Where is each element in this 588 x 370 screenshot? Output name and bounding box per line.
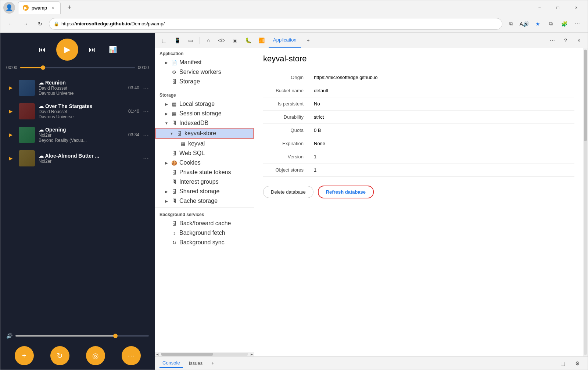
forward-button[interactable]: → xyxy=(19,18,31,30)
sidebar-item-label: Private state tokens xyxy=(179,169,251,176)
sidebar-item-cache-storage[interactable]: ▶ 🗄 Cache storage xyxy=(155,196,254,206)
local-storage-icon: ▦ xyxy=(171,101,177,107)
sidebar-item-interest-groups[interactable]: 🗄 Interest groups xyxy=(155,177,254,187)
sidebar-item-manifest[interactable]: ▶ 📄 Manifest xyxy=(155,58,254,67)
play-button[interactable]: ▶ xyxy=(56,39,78,61)
sidebar-item-service-workers[interactable]: ⚙ Service workers xyxy=(155,67,254,77)
profile-avatar[interactable]: 👤 xyxy=(3,2,15,14)
sidebar-item-keyval[interactable]: ▦ keyval xyxy=(155,139,254,148)
refresh-button[interactable]: ↻ xyxy=(34,18,46,30)
cloud-icon: ☁ xyxy=(39,80,45,86)
next-track-button[interactable]: ⏭ xyxy=(86,43,99,56)
sidebar-item-background-sync[interactable]: ↻ Background sync xyxy=(155,238,254,247)
progress-bar[interactable] xyxy=(20,67,135,68)
close-button[interactable]: × xyxy=(568,2,585,14)
sidebar-item-web-sql[interactable]: 🗄 Web SQL xyxy=(155,148,254,158)
split-button[interactable]: ⧉ xyxy=(545,18,557,30)
maximize-button[interactable]: □ xyxy=(549,2,566,14)
add-bottom-panel-button[interactable]: + xyxy=(208,359,217,367)
refresh-database-button[interactable]: Refresh database xyxy=(318,186,374,198)
field-value: 1 xyxy=(311,150,574,164)
dock-button[interactable]: ⬚ xyxy=(557,358,569,369)
browser-tab-pwamp[interactable]: ▶ pwamp × xyxy=(18,1,61,14)
sidebar-item-session-storage[interactable]: ▶ ▦ Session storage xyxy=(155,109,254,118)
equalizer-button[interactable]: 📊 xyxy=(106,43,119,56)
expand-arrow-icon: ▶ xyxy=(164,160,169,165)
expand-arrow-icon xyxy=(164,230,169,236)
track-item[interactable]: ▶ ☁ Opening Noi2er Beyond Reality (Vacuu… xyxy=(3,123,152,147)
issues-tab[interactable]: Issues xyxy=(186,359,206,367)
detail-table: Origin https://microsoftedge.github.io B… xyxy=(263,71,574,177)
console-tab[interactable]: Console xyxy=(159,359,183,368)
scroll-right-button[interactable]: ▶ xyxy=(250,353,254,356)
sidebar-item-background-fetch[interactable]: ↕ Background fetch xyxy=(155,228,254,238)
sidebar-item-local-storage[interactable]: ▶ ▦ Local storage xyxy=(155,99,254,109)
scroll-left-button[interactable]: ◀ xyxy=(155,353,159,356)
sidebar-item-keyval-store[interactable]: ▼ 🗄 keyval-store xyxy=(155,128,254,139)
track-item[interactable]: ▶ ☁ Reunion David Rousset Davrous Univer… xyxy=(3,76,152,100)
url-text: https://microsoftedge.github.io/Demos/pw… xyxy=(61,21,498,26)
sidebar-item-shared-storage[interactable]: ▶ 🗄 Shared storage xyxy=(155,187,254,196)
progress-bar-area: 00:00 00:00 xyxy=(6,65,149,70)
devtools-close-button[interactable]: × xyxy=(573,35,585,46)
cloud-icon: ☁ xyxy=(39,153,45,159)
devtools-help-button[interactable]: ? xyxy=(560,35,571,46)
tab-close-button[interactable]: × xyxy=(50,5,56,11)
sidebar-item-cookies[interactable]: ▶ 🍪 Cookies xyxy=(155,158,254,168)
devtools-body: Application ▶ 📄 Manifest ⚙ Service worke… xyxy=(155,48,588,356)
horizontal-scrollbar[interactable]: ◀ ▶ xyxy=(155,352,254,356)
performance-tab-button[interactable]: 📶 xyxy=(255,35,267,46)
prev-track-button[interactable]: ⏮ xyxy=(36,43,49,56)
player-controls: ⏮ ▶ ⏭ 📊 xyxy=(36,39,119,61)
shared-storage-icon: 🗄 xyxy=(171,188,177,194)
network-tab-button[interactable]: 🐛 xyxy=(242,35,254,46)
track-item[interactable]: ▶ ☁ Aloe-Almond Butter ... Noi2er ⋯ xyxy=(3,147,152,170)
delete-database-button[interactable]: Delete database xyxy=(263,186,313,198)
sidebar-item-label: Session storage xyxy=(179,110,251,117)
storage-icon: 🗄 xyxy=(171,79,177,85)
track-item[interactable]: ▶ ☁ Over The Stargates David Rousset Dav… xyxy=(3,100,152,123)
favorites-button[interactable]: ★ xyxy=(532,18,544,30)
inspect-element-button[interactable]: ⬚ xyxy=(158,35,170,46)
track-play-icon: ▶ xyxy=(6,130,15,139)
repeat-action-button[interactable]: ↻ xyxy=(50,346,69,365)
add-panel-button[interactable]: + xyxy=(302,35,314,46)
track-play-icon: ▶ xyxy=(6,83,15,92)
track-more-button[interactable]: ⋯ xyxy=(143,132,149,139)
elements-tab-button[interactable]: </> xyxy=(216,35,227,46)
read-aloud-button[interactable]: A🔊 xyxy=(519,18,530,30)
application-tab-button[interactable]: Application xyxy=(269,33,301,48)
settings-bottom-button[interactable]: ⚙ xyxy=(571,358,583,369)
volume-bar[interactable] xyxy=(15,335,149,337)
toggle-drawer-button[interactable]: ▭ xyxy=(184,35,196,46)
url-bar[interactable]: 🔒 https://microsoftedge.github.io/Demos/… xyxy=(49,18,502,30)
settings-button[interactable]: ⋯ xyxy=(571,18,583,30)
more-action-button[interactable]: ⋯ xyxy=(122,346,141,365)
target-action-button[interactable]: ◎ xyxy=(86,346,105,365)
track-more-button[interactable]: ⋯ xyxy=(143,85,149,91)
extensions-button[interactable]: 🧩 xyxy=(558,18,570,30)
volume-icon: 🔊 xyxy=(6,333,12,339)
devtools-more-button[interactable]: ⋯ xyxy=(546,35,558,46)
add-action-button[interactable]: + xyxy=(15,346,34,365)
track-info: ☁ Opening Noi2er Beyond Reality (Vacuu..… xyxy=(39,127,125,143)
device-toolbar-button[interactable]: 📱 xyxy=(171,35,183,46)
minimize-button[interactable]: − xyxy=(531,2,548,14)
sidebar-item-storage[interactable]: 🗄 Storage xyxy=(155,77,254,86)
back-button[interactable]: ← xyxy=(5,18,17,30)
tab-manager-button[interactable]: ⧉ xyxy=(505,18,517,30)
home-tab-button[interactable]: ⌂ xyxy=(202,35,214,46)
sidebar-item-private-state-tokens[interactable]: 🗄 Private state tokens xyxy=(155,168,254,177)
table-row: Is persistent No xyxy=(263,97,574,111)
sidebar-item-indexeddb[interactable]: ▼ 🗄 IndexedDB xyxy=(155,118,254,128)
console-tab-button[interactable]: ▣ xyxy=(229,35,241,46)
field-value: No xyxy=(311,97,574,111)
field-label: Expiration xyxy=(263,137,311,150)
track-more-button[interactable]: ⋯ xyxy=(143,108,149,115)
new-tab-button[interactable]: + xyxy=(64,2,75,14)
sidebar-item-back-forward-cache[interactable]: 🗄 Back/forward cache xyxy=(155,219,254,228)
vertical-scrollbar[interactable] xyxy=(583,48,588,356)
track-more-button[interactable]: ⋯ xyxy=(143,155,149,162)
track-duration: 03:40 xyxy=(128,85,139,90)
detail-panel: keyval-store Origin https://microsoftedg… xyxy=(254,48,583,356)
